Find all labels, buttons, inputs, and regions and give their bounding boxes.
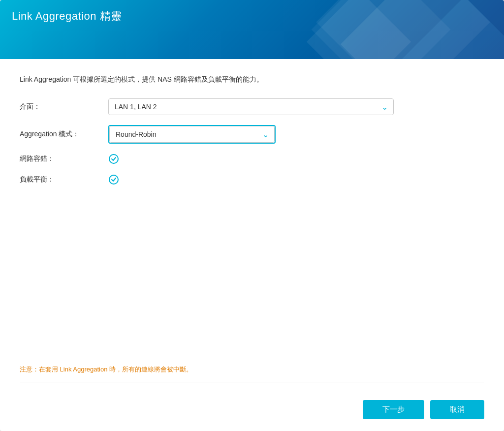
description-text: Link Aggregation 可根據所選定的模式，提供 NAS 網路容錯及負… (20, 74, 484, 85)
next-button[interactable]: 下一步 (363, 400, 424, 419)
svg-point-0 (109, 154, 118, 163)
dialog-title: Link Aggregation 精靈 (12, 9, 122, 24)
header-decoration-3 (402, 0, 504, 59)
load-balance-label: 負載平衡： (20, 175, 108, 184)
fault-tolerance-label: 網路容錯： (20, 154, 108, 163)
fault-tolerance-row: 網路容錯： (20, 154, 484, 164)
dialog-header: Link Aggregation 精靈 (0, 0, 504, 59)
aggregation-mode-select-wrapper: Round-Robin Active Backup XOR Broadcast … (108, 125, 276, 144)
fault-tolerance-check-icon (108, 154, 119, 164)
header-decoration-2 (307, 0, 411, 59)
dialog-content: Link Aggregation 可根據所選定的模式，提供 NAS 網路容錯及負… (0, 59, 504, 400)
load-balance-check-icon (108, 174, 119, 185)
content-spacer (20, 195, 484, 365)
interface-row: 介面： LAN 1, LAN 2 ⌄ (20, 98, 484, 115)
link-aggregation-dialog: Link Aggregation 精靈 Link Aggregation 可根據… (0, 0, 504, 431)
interface-select-wrapper: LAN 1, LAN 2 ⌄ (108, 98, 394, 115)
dialog-footer: 下一步 取消 (0, 400, 504, 431)
svg-point-1 (109, 175, 118, 184)
load-balance-row: 負載平衡： (20, 174, 484, 185)
aggregation-mode-control: Round-Robin Active Backup XOR Broadcast … (108, 125, 394, 144)
footer-divider (20, 382, 484, 382)
cancel-button[interactable]: 取消 (430, 400, 484, 419)
aggregation-mode-row: Aggregation 模式： Round-Robin Active Backu… (20, 125, 484, 144)
aggregation-mode-label: Aggregation 模式： (20, 130, 108, 139)
interface-control: LAN 1, LAN 2 ⌄ (108, 98, 394, 115)
interface-label: 介面： (20, 102, 108, 111)
aggregation-mode-select[interactable]: Round-Robin Active Backup XOR Broadcast … (109, 126, 275, 143)
interface-select[interactable]: LAN 1, LAN 2 (108, 98, 394, 115)
warning-text: 注意：在套用 Link Aggregation 時，所有的連線將會被中斷。 (20, 365, 484, 374)
